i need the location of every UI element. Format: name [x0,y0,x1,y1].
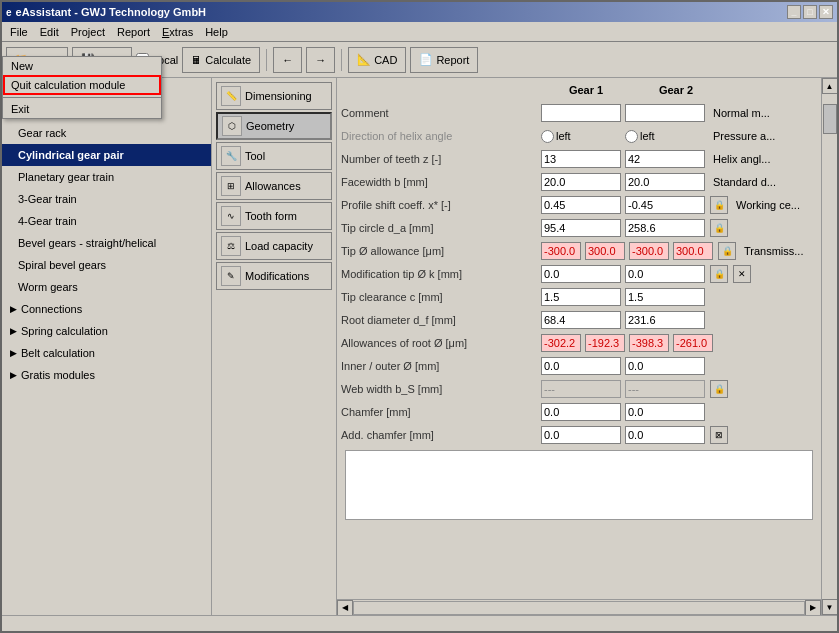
profile-shift-gear1[interactable] [541,196,621,214]
label-profile-shift: Profile shift coeff. x* [-] [341,199,541,211]
menu-file[interactable]: File [4,24,34,40]
sidebar-item-bevel[interactable]: Bevel gears - straight/helical [2,232,211,254]
nav-load-capacity[interactable]: ⚖ Load capacity [216,232,332,260]
web-width-lock-icon[interactable]: 🔒 [710,380,728,398]
inner-outer-gear1[interactable] [541,357,621,375]
report-button[interactable]: 📄 Report [410,47,478,73]
tip-circle-lock-icon[interactable]: 🔒 [710,219,728,237]
gear2-header: Gear 2 [631,82,721,98]
sidebar-group-gratis[interactable]: ▶ Gratis modules [2,364,211,386]
mod-tip-gear2[interactable] [625,265,705,283]
helix-left-gear2[interactable] [625,130,638,143]
scroll-thumb[interactable] [823,104,837,134]
facewidth-gear2[interactable] [625,173,705,191]
nav-tool[interactable]: 🔧 Tool [216,142,332,170]
comment-gear2[interactable] [625,104,705,122]
hscroll-track[interactable] [353,601,805,615]
tip-allow-lock-icon[interactable]: 🔒 [718,242,736,260]
form-row-teeth: Number of teeth z [-] Helix angl... [341,148,817,170]
tip-allow-g2a[interactable] [629,242,669,260]
maximize-button[interactable]: □ [803,5,817,19]
facewidth-gear1[interactable] [541,173,621,191]
tip-clearance-gear2[interactable] [625,288,705,306]
minimize-button[interactable]: _ [787,5,801,19]
menu-report[interactable]: Report [111,24,156,40]
profile-shift-lock-icon[interactable]: 🔒 [710,196,728,214]
tip-allow-g2b[interactable] [673,242,713,260]
tip-circle-gear2[interactable] [625,219,705,237]
tip-clearance-gear1[interactable] [541,288,621,306]
calculate-button[interactable]: 🖩 Calculate [182,47,260,73]
nav-geometry[interactable]: ⬡ Geometry [216,112,332,140]
sidebar-item-planetary[interactable]: Planetary gear train [2,166,211,188]
teeth-gear2[interactable] [625,150,705,168]
undo-button[interactable]: ← [273,47,302,73]
sidebar-item-worm[interactable]: Worm gears [2,276,211,298]
nav-tooth-form[interactable]: ∿ Tooth form [216,202,332,230]
sidebar-item-spiral[interactable]: Spiral bevel gears [2,254,211,276]
sidebar-item-gear-rack[interactable]: Gear rack [2,122,211,144]
teeth-gear1[interactable] [541,150,621,168]
scroll-up-button[interactable]: ▲ [822,78,838,94]
cad-button[interactable]: 📐 CAD [348,47,406,73]
sidebar-group-spring[interactable]: ▶ Spring calculation [2,320,211,342]
toolbar-sep2 [341,49,342,71]
extra-teeth: Helix angl... [709,153,770,165]
label-tip-clearance: Tip clearance c [mm] [341,291,541,303]
label-root-diam: Root diameter d_f [mm] [341,314,541,326]
hscroll-right-button[interactable]: ▶ [805,600,821,616]
root-diam-gear1[interactable] [541,311,621,329]
web-width-gear1[interactable] [541,380,621,398]
root-diam-gear2[interactable] [625,311,705,329]
helix-left-gear1[interactable] [541,130,554,143]
close-button[interactable]: ✕ [819,5,833,19]
profile-shift-gear2[interactable] [625,196,705,214]
sidebar-group-belt[interactable]: ▶ Belt calculation [2,342,211,364]
sidebar-item-3gear[interactable]: 3-Gear train [2,188,211,210]
dropdown-quit[interactable]: Quit calculation module [11,79,153,91]
chamfer-gear2[interactable] [625,403,705,421]
form-row-inner-outer: Inner / outer Ø [mm] [341,355,817,377]
inner-outer-gear2[interactable] [625,357,705,375]
scroll-down-button[interactable]: ▼ [822,599,838,615]
vertical-scrollbar[interactable]: ▲ ▼ [821,78,837,615]
sidebar-item-cyl-pair[interactable]: Cylindrical gear pair [2,144,211,166]
dropdown-new[interactable]: New [3,57,161,75]
root-allow-g1b[interactable] [585,334,625,352]
web-width-gear2[interactable] [625,380,705,398]
menu-project[interactable]: Project [65,24,111,40]
root-allow-g1a[interactable] [541,334,581,352]
root-allow-g2a[interactable] [629,334,669,352]
form-row-helix-dir: Direction of helix angle left left Press… [341,125,817,147]
mod-tip-gear1[interactable] [541,265,621,283]
tip-allow-g1b[interactable] [585,242,625,260]
menu-edit[interactable]: Edit [34,24,65,40]
helix-left-label2: left [640,130,655,142]
menu-help[interactable]: Help [199,24,234,40]
dropdown-exit[interactable]: Exit [3,100,161,118]
nav-dimensioning[interactable]: 📏 Dimensioning [216,82,332,110]
add-chamfer-gear2[interactable] [625,426,705,444]
add-chamfer-gear1[interactable] [541,426,621,444]
label-root-allow: Allowances of root Ø [μm] [341,337,541,349]
sidebar-group-connections[interactable]: ▶ Connections [2,298,211,320]
form-row-root-diam: Root diameter d_f [mm] [341,309,817,331]
sidebar-item-4gear[interactable]: 4-Gear train [2,210,211,232]
tooth-form-icon: ∿ [221,206,241,226]
comment-gear1[interactable] [541,104,621,122]
redo-button[interactable]: → [306,47,335,73]
mod-tip-lock-icon[interactable]: 🔒 [710,265,728,283]
add-chamfer-x-icon[interactable]: ⊠ [710,426,728,444]
menu-extras[interactable]: Extras [156,24,199,40]
nav-allowances[interactable]: ⊞ Allowances [216,172,332,200]
tip-circle-gear1[interactable] [541,219,621,237]
root-allow-g2b[interactable] [673,334,713,352]
hscroll-left-button[interactable]: ◀ [337,600,353,616]
mod-tip-x-icon[interactable]: ✕ [733,265,751,283]
chamfer-gear1[interactable] [541,403,621,421]
file-dropdown: New Quit calculation module Exit [2,56,162,119]
nav-modifications[interactable]: ✎ Modifications [216,262,332,290]
tip-allow-g1a[interactable] [541,242,581,260]
horizontal-scrollbar[interactable]: ◀ ▶ [337,599,821,615]
form-header: Gear 1 Gear 2 [341,82,817,98]
